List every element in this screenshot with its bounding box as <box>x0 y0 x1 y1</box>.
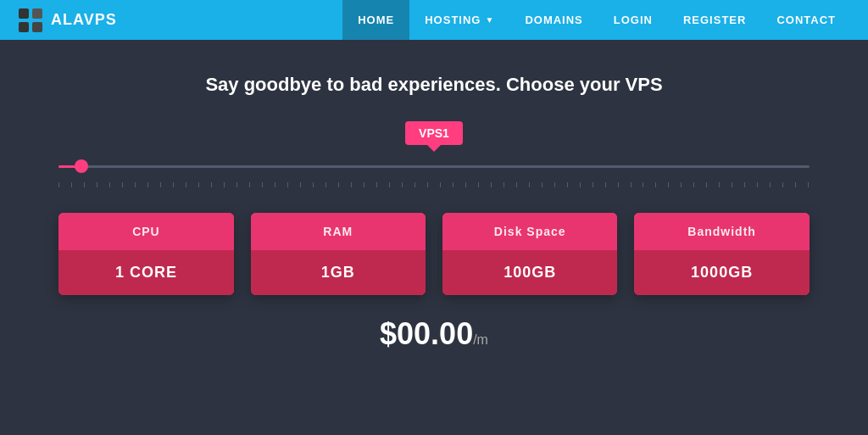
price-period: /m <box>473 332 488 347</box>
slider-tick <box>554 182 555 187</box>
spec-card-bandwidth-header: Bandwidth <box>634 213 809 250</box>
svg-rect-1 <box>19 22 29 32</box>
slider-tick <box>631 182 632 187</box>
slider-tick <box>351 182 352 187</box>
logo[interactable]: ALAVPS <box>17 7 117 34</box>
navbar: ALAVPS HOME HOSTING ▼ DOMAINS LOGIN REGI… <box>0 0 868 40</box>
slider-tick <box>58 182 59 187</box>
slider-tick <box>186 182 186 187</box>
spec-card-cpu-header: CPU <box>58 213 233 250</box>
slider-tick <box>706 182 707 187</box>
slider-tick <box>516 182 517 187</box>
logo-icon <box>17 7 44 34</box>
slider-tick <box>364 182 364 187</box>
spec-card-disk-value: 100GB <box>442 250 617 295</box>
slider-tick <box>262 182 263 187</box>
nav-item-register[interactable]: REGISTER <box>668 0 761 40</box>
slider-tick <box>770 182 771 187</box>
slider-tick <box>808 182 809 187</box>
svg-rect-2 <box>32 8 42 19</box>
slider-tick <box>465 182 466 187</box>
slider-tick <box>567 182 568 187</box>
slider-tick <box>732 182 732 187</box>
price-section: $00.00/m <box>380 316 488 352</box>
price-amount: $00.00/m <box>380 316 488 351</box>
slider-tick <box>593 182 593 187</box>
nav-links: HOME HOSTING ▼ DOMAINS LOGIN REGISTER CO… <box>342 0 851 40</box>
nav-item-login[interactable]: LOGIN <box>598 0 668 40</box>
slider-tick <box>542 182 542 187</box>
slider-tick <box>173 182 174 187</box>
slider-ticks <box>58 179 810 187</box>
slider-tick <box>224 182 225 187</box>
spec-card-bandwidth: Bandwidth 1000GB <box>634 213 809 295</box>
slider-tick <box>122 182 123 187</box>
slider-tick <box>580 182 581 187</box>
slider-track-wrapper <box>58 153 810 179</box>
slider-tick <box>605 182 606 187</box>
spec-card-ram: RAM 1GB <box>251 213 426 295</box>
slider-tooltip: VPS1 <box>405 121 463 145</box>
slider-tick <box>491 182 492 187</box>
hosting-dropdown-arrow: ▼ <box>485 15 494 25</box>
spec-card-bandwidth-value: 1000GB <box>634 250 809 295</box>
slider-tick <box>782 182 783 187</box>
slider-tick <box>693 182 694 187</box>
slider-tick <box>478 182 479 187</box>
headline: Say goodbye to bad experiences. Choose y… <box>205 74 662 96</box>
spec-card-disk: Disk Space 100GB <box>442 213 617 295</box>
slider-tick <box>147 182 148 187</box>
brand-name: ALAVPS <box>51 11 117 29</box>
slider-tick <box>795 182 796 187</box>
slider-tick <box>249 182 250 187</box>
slider-tick <box>719 182 720 187</box>
slider-thumb[interactable] <box>75 159 88 173</box>
nav-item-home[interactable]: HOME <box>342 0 409 40</box>
nav-item-domains[interactable]: DOMAINS <box>509 0 598 40</box>
slider-tick <box>643 182 643 187</box>
slider-tick <box>389 182 390 187</box>
slider-tick <box>71 182 72 187</box>
svg-rect-3 <box>32 22 42 32</box>
slider-tick <box>529 182 530 187</box>
slider-tick <box>135 182 136 187</box>
slider-tick <box>198 182 199 187</box>
slider-tick <box>84 182 85 187</box>
slider-tick <box>211 182 212 187</box>
slider-tooltip-container: VPS1 <box>58 121 810 145</box>
slider-tick <box>504 182 504 187</box>
svg-rect-0 <box>19 8 29 19</box>
slider-tick <box>326 182 326 187</box>
slider-tick <box>109 182 110 187</box>
slider-tick <box>402 182 403 187</box>
slider-tick <box>300 182 301 187</box>
spec-card-cpu-value: 1 CORE <box>58 250 233 295</box>
spec-card-disk-header: Disk Space <box>442 213 617 250</box>
nav-item-hosting[interactable]: HOSTING ▼ <box>409 0 509 40</box>
slider-tick <box>275 182 275 187</box>
slider-track <box>58 165 810 168</box>
spec-card-cpu: CPU 1 CORE <box>58 213 233 295</box>
slider-tick <box>681 182 682 187</box>
spec-card-ram-header: RAM <box>251 213 426 250</box>
slider-tick <box>236 182 237 187</box>
slider-tick <box>757 182 758 187</box>
spec-cards: CPU 1 CORE RAM 1GB Disk Space 100GB Band… <box>58 213 810 295</box>
slider-tick <box>313 182 314 187</box>
slider-tick <box>376 182 377 187</box>
slider-tick <box>655 182 656 187</box>
slider-tick <box>338 182 339 187</box>
slider-tick <box>453 182 453 187</box>
slider-tick <box>440 182 441 187</box>
slider-tick <box>287 182 288 187</box>
main-content: Say goodbye to bad experiences. Choose y… <box>0 40 868 369</box>
slider-tick <box>97 182 97 187</box>
slider-tick <box>668 182 669 187</box>
slider-tick <box>618 182 619 187</box>
spec-card-ram-value: 1GB <box>251 250 426 295</box>
nav-item-contact[interactable]: CONTACT <box>761 0 851 40</box>
slider-tick <box>415 182 415 187</box>
slider-tick <box>744 182 745 187</box>
slider-section: VPS1 <box>58 121 810 187</box>
slider-tick <box>160 182 161 187</box>
